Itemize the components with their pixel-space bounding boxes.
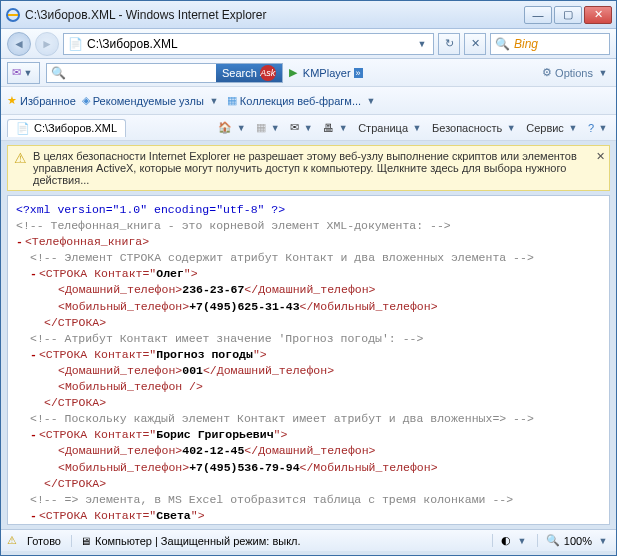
page-label: Страница [358,122,408,134]
security-label: Безопасность [432,122,502,134]
favorites-button[interactable]: ★ Избранное [7,94,76,107]
status-bar: ⚠ Готово 🖥 Компьютер | Защищенный режим:… [1,529,616,551]
star-icon: ★ [7,94,17,107]
options-label: Options [555,67,593,79]
recommended-sites-button[interactable]: ◈ Рекомендуемые узлы ▼ [82,94,221,107]
search-button[interactable]: Search Ask [216,64,282,82]
feeds-button[interactable]: ▦▼ [256,121,282,134]
information-bar[interactable]: ⚠ В целях безопасности Internet Explorer… [7,145,610,191]
warning-text: В целях безопасности Internet Explorer н… [33,150,603,186]
close-button[interactable]: ✕ [584,6,612,24]
media-play-button[interactable]: ▶ [289,66,297,79]
print-button[interactable]: 🖶▼ [323,122,350,134]
status-zone-label: Компьютер | Защищенный режим: выкл. [95,535,301,547]
forward-button[interactable]: ► [35,32,59,56]
minimize-button[interactable]: — [524,6,552,24]
mail-cmd-button[interactable]: ✉▼ [290,121,315,134]
zoom-control[interactable]: 🔍 100% ▼ [537,534,610,547]
security-menu[interactable]: Безопасность▼ [432,122,518,134]
search-button-label: Search [222,67,257,79]
file-icon: 📄 [68,37,83,51]
recommended-label: Рекомендуемые узлы [93,95,204,107]
command-bar: 📄 C:\Зиборов.XML 🏠▼ ▦▼ ✉▼ 🖶▼ Страница▼ Б… [1,115,616,141]
sites-icon: ◈ [82,94,90,107]
service-label: Сервис [526,122,564,134]
fragments-label: Коллекция веб-фрагм... [240,95,361,107]
computer-icon: 🖥 [80,535,91,547]
print-icon: 🖶 [323,122,334,134]
mode-icon: ◐ [501,534,511,547]
kmplayer-button[interactable]: KMPlayer » [303,67,363,79]
favorites-bar: ★ Избранное ◈ Рекомендуемые узлы ▼ ▦ Кол… [1,87,616,115]
home-icon: 🏠 [218,121,232,134]
mail-icon: ✉ [290,121,299,134]
service-menu[interactable]: Сервис▼ [526,122,580,134]
mail-button[interactable]: ✉▼ [7,62,40,84]
gear-icon: ⚙ [542,66,552,79]
status-ready-icon: ⚠ [7,534,17,547]
favorites-label: Избранное [20,95,76,107]
zoom-label: 100% [564,535,592,547]
warning-icon: ⚠ [14,150,27,166]
tab-current[interactable]: 📄 C:\Зиборов.XML [7,119,126,137]
fragments-icon: ▦ [227,94,237,107]
search-box[interactable]: 🔍 Bing [490,33,610,55]
home-button[interactable]: 🏠▼ [218,121,248,134]
toolbar-search-input[interactable] [70,64,216,82]
back-button[interactable]: ◄ [7,32,31,56]
toolbar-row-2: ✉▼ 🔍 Search Ask ▶ KMPlayer » ⚙ Options ▼ [1,59,616,87]
document-content[interactable]: <?xml version="1.0" encoding="utf-8" ?><… [7,195,610,525]
ask-badge: Ask [260,65,276,81]
rss-icon: ▦ [256,121,266,134]
help-button[interactable]: ?▼ [588,122,610,134]
address-bar[interactable]: 📄 C:\Зиборов.XML ▼ [63,33,434,55]
help-icon: ? [588,122,594,134]
search-placeholder: Bing [514,37,538,51]
refresh-button[interactable]: ↻ [438,33,460,55]
options-button[interactable]: ⚙ Options ▼ [542,66,610,79]
tab-label: C:\Зиборов.XML [34,122,117,134]
page-menu[interactable]: Страница▼ [358,122,424,134]
tab-icon: 📄 [16,122,30,135]
search-icon: 🔍 [47,64,70,82]
ie-icon [5,7,21,23]
web-fragments-button[interactable]: ▦ Коллекция веб-фрагм... ▼ [227,94,378,107]
address-text: C:\Зиборов.XML [87,37,411,51]
zoom-icon: 🔍 [546,534,560,547]
maximize-button[interactable]: ▢ [554,6,582,24]
toolbar-search[interactable]: 🔍 Search Ask [46,63,283,83]
kmplayer-label: KMPlayer [303,67,351,79]
warning-close-button[interactable]: ✕ [596,150,605,163]
bing-icon: 🔍 [495,37,510,51]
status-ready: Готово [27,535,61,547]
status-mode[interactable]: ◐▼ [492,534,529,547]
stop-button[interactable]: ✕ [464,33,486,55]
address-dropdown-icon[interactable]: ▼ [415,39,429,49]
window-titlebar: С:\Зиборов.XML - Windows Internet Explor… [1,1,616,29]
navigation-bar: ◄ ► 📄 C:\Зиборов.XML ▼ ↻ ✕ 🔍 Bing [1,29,616,59]
window-title: С:\Зиборов.XML - Windows Internet Explor… [25,8,524,22]
status-zone[interactable]: 🖥 Компьютер | Защищенный режим: выкл. [71,535,301,547]
